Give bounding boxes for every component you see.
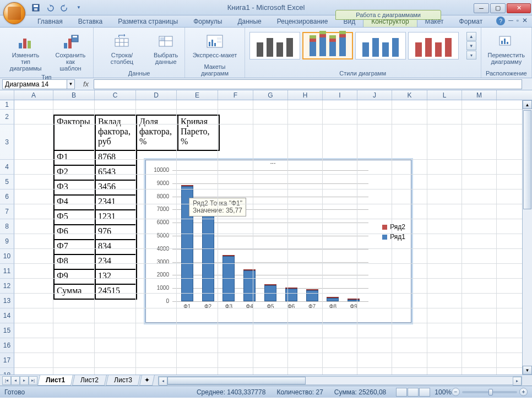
- table-row-factor[interactable]: Ф8: [54, 254, 95, 269]
- tab-home[interactable]: Главная: [30, 16, 70, 27]
- row-header-4[interactable]: 4: [0, 160, 14, 175]
- table-row-factor[interactable]: Ф6: [54, 225, 95, 240]
- bar-series1[interactable]: [202, 215, 214, 301]
- column-header-M[interactable]: M: [462, 90, 497, 100]
- office-button[interactable]: [3, 2, 25, 24]
- column-header-K[interactable]: K: [392, 90, 427, 100]
- fx-icon[interactable]: fx: [79, 79, 93, 89]
- column-header-H[interactable]: H: [288, 90, 323, 100]
- switch-row-col-button[interactable]: Строка/столбец: [98, 32, 146, 66]
- tab-nav-prev[interactable]: ◂: [11, 376, 20, 385]
- maximize-button[interactable]: ▢: [490, 3, 506, 13]
- bar-series1[interactable]: [306, 290, 318, 301]
- table-row-factor[interactable]: Ф5: [54, 210, 95, 225]
- header-pareto[interactable]: Кривая Парето, %: [178, 115, 219, 150]
- zoom-level[interactable]: 100%: [435, 388, 452, 396]
- bar-series1[interactable]: [348, 300, 360, 301]
- bar-series1[interactable]: [243, 270, 256, 301]
- column-header-A[interactable]: A: [14, 90, 53, 100]
- column-header-F[interactable]: F: [218, 90, 253, 100]
- tab-formulas[interactable]: Формулы: [186, 16, 230, 27]
- table-row-value[interactable]: 8768: [95, 150, 137, 165]
- chart-style-3[interactable]: [355, 32, 406, 59]
- sheet-tab-2[interactable]: Лист2: [72, 375, 107, 386]
- column-header-B[interactable]: B: [53, 90, 95, 100]
- styles-scroll-down[interactable]: ▼: [466, 41, 476, 50]
- vscroll-up[interactable]: ▲: [523, 100, 532, 109]
- table-row-value[interactable]: 6543: [95, 165, 137, 180]
- vscroll-down[interactable]: ▼: [523, 366, 532, 375]
- row-header-6[interactable]: 6: [0, 189, 14, 204]
- row-header-7[interactable]: 7: [0, 204, 14, 219]
- zoom-out-button[interactable]: −: [452, 388, 460, 396]
- bar-series2[interactable]: [306, 289, 318, 290]
- chart-style-1[interactable]: [249, 32, 300, 59]
- tab-format[interactable]: Формат: [452, 16, 491, 27]
- table-row-factor[interactable]: Ф2: [54, 165, 95, 180]
- row-header-17[interactable]: 17: [0, 353, 14, 368]
- sheet-tab-1[interactable]: Лист1: [37, 375, 73, 386]
- bar-series2[interactable]: [222, 255, 235, 256]
- name-box[interactable]: Диаграмма 14: [2, 79, 67, 89]
- tab-page-layout[interactable]: Разметка страницы: [110, 16, 186, 27]
- table-row-factor[interactable]: Ф1: [54, 150, 95, 165]
- sum-label-cell[interactable]: Сумма: [54, 284, 95, 299]
- tab-nav-last[interactable]: ▸|: [29, 376, 37, 385]
- name-box-dropdown[interactable]: ▼: [67, 79, 75, 89]
- chart-legend[interactable]: Ряд2 Ряд1: [382, 223, 405, 243]
- table-row-value[interactable]: 132: [95, 269, 137, 284]
- chart-style-2[interactable]: [302, 32, 353, 59]
- table-row-value[interactable]: 3456: [95, 180, 137, 195]
- row-header-2[interactable]: 2: [0, 110, 14, 124]
- hscroll-thumb[interactable]: [167, 377, 306, 384]
- bar-series2[interactable]: [243, 269, 256, 270]
- tab-insert[interactable]: Вставка: [70, 16, 111, 27]
- column-header-L[interactable]: L: [427, 90, 462, 100]
- row-header-14[interactable]: 14: [0, 308, 14, 323]
- move-chart-button[interactable]: Переместить диаграмму: [486, 32, 527, 66]
- row-header-11[interactable]: 11: [0, 264, 14, 279]
- column-header-J[interactable]: J: [357, 90, 392, 100]
- mdi-close-icon[interactable]: ✕: [522, 17, 528, 25]
- qat-dropdown-icon[interactable]: ▼: [73, 2, 85, 14]
- column-header-E[interactable]: E: [177, 90, 218, 100]
- zoom-in-button[interactable]: +: [519, 388, 528, 396]
- row-header-13[interactable]: 13: [0, 294, 14, 308]
- hscroll-left[interactable]: ◂: [159, 377, 167, 386]
- minimize-button[interactable]: ─: [474, 3, 489, 13]
- bar-series2[interactable]: [327, 297, 339, 298]
- express-layout-button[interactable]: Экспресс-макет: [191, 32, 240, 59]
- table-row-value[interactable]: 2341: [95, 195, 137, 210]
- redo-icon[interactable]: [58, 2, 70, 14]
- column-header-D[interactable]: D: [136, 90, 177, 100]
- view-layout-button[interactable]: [408, 388, 419, 397]
- cells-area[interactable]: Факторы Вклад фактора, руб Доля фактора,…: [14, 100, 532, 375]
- close-button[interactable]: ✕: [507, 3, 531, 13]
- row-header-18[interactable]: 18: [0, 368, 14, 375]
- column-header-C[interactable]: C: [95, 90, 136, 100]
- vertical-scrollbar[interactable]: ▲ ▼: [522, 100, 532, 375]
- mdi-minimize-icon[interactable]: ─: [508, 17, 513, 25]
- table-row-factor[interactable]: Ф9: [54, 269, 95, 284]
- row-header-16[interactable]: 16: [0, 338, 14, 353]
- help-icon[interactable]: ?: [496, 17, 505, 25]
- header-share[interactable]: Доля фактора, %: [137, 115, 178, 150]
- table-row-factor[interactable]: Ф4: [54, 195, 95, 210]
- row-header-1[interactable]: 1: [0, 100, 14, 110]
- hscroll-right[interactable]: ▸: [513, 377, 522, 386]
- view-normal-button[interactable]: [396, 388, 407, 397]
- table-row-factor[interactable]: Ф3: [54, 180, 95, 195]
- header-factors[interactable]: Факторы: [54, 115, 95, 150]
- change-chart-type-button[interactable]: Изменить тип диаграммы: [4, 32, 47, 73]
- row-header-9[interactable]: 9: [0, 234, 14, 249]
- tab-data[interactable]: Данные: [230, 16, 269, 27]
- bar-series2[interactable]: [348, 299, 360, 300]
- zoom-slider[interactable]: [462, 391, 517, 393]
- styles-scroll-up[interactable]: ▲: [466, 32, 476, 41]
- formula-input[interactable]: [94, 79, 522, 89]
- select-data-button[interactable]: Выбрать данные: [151, 32, 180, 66]
- table-row-value[interactable]: 834: [95, 240, 137, 254]
- chart-style-4[interactable]: [408, 32, 459, 59]
- mdi-restore-icon[interactable]: ▫: [517, 17, 519, 25]
- row-header-10[interactable]: 10: [0, 249, 14, 264]
